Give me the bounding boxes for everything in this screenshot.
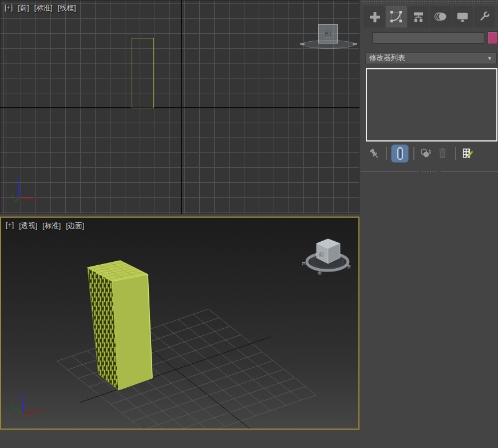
tab-motion[interactable] — [430, 6, 451, 27]
z-axis-label: z — [16, 176, 20, 184]
object-name-row — [372, 32, 498, 44]
viewcube-front-face[interactable]: 前 — [318, 24, 338, 44]
toolbar-separator — [413, 147, 414, 160]
plus-icon — [367, 10, 381, 23]
wrench-icon — [477, 10, 491, 23]
toolbar-separator — [386, 147, 387, 160]
y-axis-label: y — [10, 191, 15, 199]
tab-display[interactable] — [452, 6, 473, 27]
viewport-pov-menu[interactable]: [前] — [18, 3, 29, 13]
modifier-list-dropdown[interactable]: 修改器列表 ▼ — [365, 52, 497, 64]
divider-line — [361, 171, 418, 172]
object-color-swatch[interactable] — [488, 32, 498, 44]
modifier-stack-toolbar — [361, 143, 498, 164]
divider-line — [441, 171, 498, 172]
compass-west-label: 西 — [302, 261, 306, 266]
command-panel: 修改器列表 ▼ — [361, 0, 498, 448]
viewport-standard-menu[interactable]: [标准] — [34, 3, 53, 13]
viewport-standard-menu[interactable]: [标准] — [42, 221, 61, 231]
trash-icon — [436, 146, 450, 161]
world-axis-tripod: z x y — [6, 392, 46, 422]
perspective-viewport[interactable]: 西 南 东 前 [+] [透视] [标准] [边面] z x y — [0, 217, 359, 430]
pin-stack-button[interactable] — [367, 147, 381, 160]
perspective-scene: 西 南 东 前 — [1, 218, 358, 429]
compass-south-label: 南 — [318, 271, 322, 275]
make-unique-button[interactable] — [418, 146, 433, 161]
compass-east-label: 东 — [347, 265, 351, 269]
show-end-result-button[interactable] — [391, 144, 409, 163]
toolbar-separator — [455, 147, 456, 160]
front-viewport-menu: [+] [前] [标准] [线框] — [5, 3, 76, 13]
modifier-list-label: 修改器列表 — [366, 53, 487, 63]
front-viewport[interactable]: [+] [前] [标准] [线框] 前 z x y — [0, 0, 359, 214]
tab-modify[interactable] — [386, 6, 407, 27]
home-grid — [26, 294, 349, 429]
rollout-divider: ······ — [361, 169, 498, 174]
modifier-stack[interactable] — [366, 68, 497, 142]
viewport-shading-menu[interactable]: [线框] — [58, 3, 76, 13]
viewcube[interactable]: 西 南 东 前 — [302, 239, 351, 275]
modify-icon — [389, 10, 403, 23]
pushpin-icon — [367, 147, 381, 160]
viewcube-front-face-label: 前 — [319, 251, 324, 257]
z-axis-label: z — [20, 392, 24, 400]
remove-modifier-button[interactable] — [436, 146, 450, 161]
tab-utilities[interactable] — [474, 6, 495, 27]
show-end-result-icon — [392, 146, 408, 162]
tab-hierarchy[interactable] — [408, 6, 429, 27]
panel-resize-grip[interactable]: ······ — [418, 170, 441, 173]
viewport-general-menu[interactable]: [+] — [5, 3, 13, 13]
display-icon — [456, 10, 469, 23]
configure-sets-icon — [460, 146, 475, 161]
perspective-viewport-menu: [+] [透视] [标准] [边面] — [6, 221, 84, 231]
x-axis-label: x — [39, 406, 44, 414]
panel-drag-texture[interactable] — [361, 0, 497, 4]
world-axis-tripod: z x y — [3, 175, 40, 207]
motion-icon — [433, 10, 447, 23]
chevron-down-icon: ▼ — [487, 56, 496, 61]
configure-modifier-sets-button[interactable] — [460, 146, 475, 161]
hierarchy-icon — [412, 10, 425, 23]
front-grid-x-axis — [0, 107, 359, 108]
viewport-shading-menu[interactable]: [边面] — [66, 221, 84, 231]
front-grid-y-axis — [181, 0, 182, 214]
object-name-input[interactable] — [372, 32, 484, 44]
box-object[interactable] — [88, 261, 152, 390]
viewport-general-menu[interactable]: [+] — [6, 221, 14, 231]
command-panel-tabs — [361, 4, 498, 27]
viewport-pov-menu[interactable]: [透视] — [19, 221, 37, 231]
y-axis-label: y — [9, 402, 14, 410]
tab-create[interactable] — [363, 6, 385, 27]
box-wireframe-front[interactable] — [132, 38, 154, 108]
make-unique-icon — [418, 146, 433, 161]
x-axis-label: x — [34, 195, 38, 202]
